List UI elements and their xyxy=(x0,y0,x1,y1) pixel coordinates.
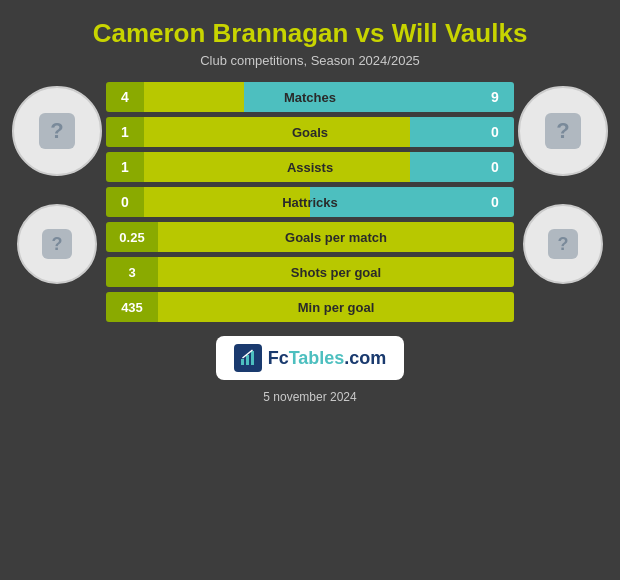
bar-cyan-goals xyxy=(410,117,476,147)
stat-right-matches: 9 xyxy=(476,82,514,112)
left-avatar-question-bottom: ? xyxy=(42,229,72,259)
stat-label-goals-per-match: Goals per match xyxy=(285,230,387,245)
left-player-avatars: ? ? xyxy=(12,86,102,284)
logo-box: FcTables.com xyxy=(216,336,405,380)
stat-label-matches: Matches xyxy=(284,90,336,105)
stat-left-shots-per-goal: 3 xyxy=(106,257,158,287)
stat-right-assists: 0 xyxy=(476,152,514,182)
stat-label-shots-per-goal: Shots per goal xyxy=(291,265,381,280)
stat-row-hattricks: 0 Hattricks 0 xyxy=(106,187,514,217)
stat-row-min-per-goal: 435 Min per goal xyxy=(106,292,514,322)
stat-left-hattricks: 0 xyxy=(106,187,144,217)
left-player-avatar-bottom: ? xyxy=(17,204,97,284)
stat-left-min-per-goal: 435 xyxy=(106,292,158,322)
stat-row-goals: 1 Goals 0 xyxy=(106,117,514,147)
stat-row-matches: 4 Matches 9 xyxy=(106,82,514,112)
stat-label-min-per-goal: Min per goal xyxy=(298,300,375,315)
svg-rect-2 xyxy=(251,351,254,365)
logo-icon xyxy=(234,344,262,372)
stat-bar-matches: Matches xyxy=(144,82,476,112)
stat-bar-goals-per-match: Goals per match xyxy=(158,222,514,252)
stat-row-assists: 1 Assists 0 xyxy=(106,152,514,182)
left-player-avatar-top: ? xyxy=(12,86,102,176)
logo-text: FcTables.com xyxy=(268,348,387,369)
stat-bar-min-per-goal: Min per goal xyxy=(158,292,514,322)
bar-cyan-matches xyxy=(244,82,476,112)
svg-rect-0 xyxy=(241,359,244,365)
stat-label-hattricks: Hattricks xyxy=(282,195,338,210)
logo-svg-icon xyxy=(239,349,257,367)
comparison-section: ? ? 4 Matches 9 1 xyxy=(0,82,620,322)
stat-bar-hattricks: Hattricks xyxy=(144,187,476,217)
bar-yellow-goals xyxy=(144,117,410,147)
stat-bar-goals: Goals xyxy=(144,117,476,147)
stat-label-goals: Goals xyxy=(292,125,328,140)
main-container: Cameron Brannagan vs Will Vaulks Club co… xyxy=(0,0,620,580)
stat-left-assists: 1 xyxy=(106,152,144,182)
stat-row-goals-per-match: 0.25 Goals per match xyxy=(106,222,514,252)
right-avatar-question-top: ? xyxy=(545,113,581,149)
stats-column: 4 Matches 9 1 Goals 0 1 xyxy=(106,82,514,322)
stat-label-assists: Assists xyxy=(287,160,333,175)
stat-bar-shots-per-goal: Shots per goal xyxy=(158,257,514,287)
right-player-avatar-top: ? xyxy=(518,86,608,176)
page-title: Cameron Brannagan vs Will Vaulks xyxy=(93,18,528,49)
bar-cyan-assists xyxy=(410,152,476,182)
right-player-avatar-bottom: ? xyxy=(523,204,603,284)
stat-bar-assists: Assists xyxy=(144,152,476,182)
left-avatar-question-top: ? xyxy=(39,113,75,149)
right-player-avatars: ? ? xyxy=(518,86,608,284)
bar-yellow-matches xyxy=(144,82,244,112)
bar-yellow-assists xyxy=(144,152,410,182)
stat-row-shots-per-goal: 3 Shots per goal xyxy=(106,257,514,287)
right-avatar-question-bottom: ? xyxy=(548,229,578,259)
footer-date: 5 november 2024 xyxy=(263,390,356,404)
stat-left-matches: 4 xyxy=(106,82,144,112)
svg-rect-1 xyxy=(246,355,249,365)
stat-right-hattricks: 0 xyxy=(476,187,514,217)
stat-left-goals: 1 xyxy=(106,117,144,147)
stat-right-goals: 0 xyxy=(476,117,514,147)
subtitle: Club competitions, Season 2024/2025 xyxy=(200,53,420,68)
stat-left-goals-per-match: 0.25 xyxy=(106,222,158,252)
